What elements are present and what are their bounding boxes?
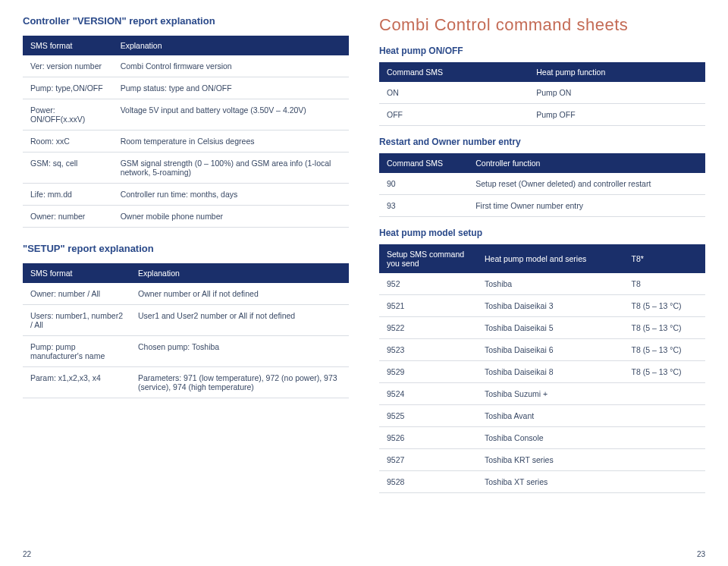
page-num-right: 23 bbox=[697, 550, 705, 558]
table-row: Owner: number / AllOwner number or All i… bbox=[23, 283, 349, 305]
setup-th-0: SMS format bbox=[23, 263, 130, 283]
model-cell: 9526 bbox=[379, 427, 477, 449]
version-cell: Voltage 5V input and battery voltage (3.… bbox=[113, 99, 349, 130]
onoff-cell: OFF bbox=[379, 104, 529, 126]
table-row: 9521Toshiba Daiseikai 3T8 (5 – 13 °C) bbox=[379, 295, 705, 317]
model-th-2: T8* bbox=[624, 244, 706, 273]
onoff-cell: Pump ON bbox=[529, 82, 705, 104]
model-cell: Toshiba bbox=[477, 273, 624, 295]
table-row: Owner: numberOwner mobile phone number bbox=[23, 206, 349, 228]
restart-cell: 93 bbox=[379, 195, 468, 217]
model-cell: T8 (5 – 13 °C) bbox=[624, 339, 706, 361]
setup-cell: Param: x1,x2,x3, x4 bbox=[23, 367, 130, 398]
model-cell: Toshiba Daiseikai 5 bbox=[477, 317, 624, 339]
model-cell bbox=[624, 405, 706, 427]
restart-cell: 90 bbox=[379, 173, 468, 195]
table-row: Ver: version numberCombi Control firmwar… bbox=[23, 55, 349, 77]
model-cell: 9521 bbox=[379, 295, 477, 317]
table-row: 93First time Owner number entry bbox=[379, 195, 705, 217]
model-cell bbox=[624, 471, 706, 493]
table-row: Life: mm.ddController run time: months, … bbox=[23, 184, 349, 206]
table-row: 9527Toshiba KRT series bbox=[379, 449, 705, 471]
model-cell bbox=[624, 427, 706, 449]
table-row: 9525Toshiba Avant bbox=[379, 405, 705, 427]
model-cell: Toshiba Console bbox=[477, 427, 624, 449]
setup-th-1: Explanation bbox=[130, 263, 349, 283]
setup-cell: Owner number or All if not defined bbox=[130, 283, 349, 305]
sub-model: Heat pump model setup bbox=[379, 228, 705, 238]
model-cell: 9524 bbox=[379, 383, 477, 405]
model-cell: Toshiba Daiseikai 8 bbox=[477, 361, 624, 383]
model-cell: 9529 bbox=[379, 361, 477, 383]
model-cell: 9525 bbox=[379, 405, 477, 427]
setup-cell: Chosen pump: Toshiba bbox=[130, 336, 349, 367]
version-cell: Room temperature in Celsius degrees bbox=[113, 130, 349, 153]
version-cell: Life: mm.dd bbox=[23, 184, 113, 206]
version-th-1: Explanation bbox=[113, 36, 349, 55]
model-cell: 9523 bbox=[379, 339, 477, 361]
setup-table: SMS format Explanation Owner: number / A… bbox=[23, 263, 349, 398]
footer-left: 22 bbox=[23, 544, 349, 558]
version-cell: Room: xxC bbox=[23, 130, 113, 153]
table-row: 9529Toshiba Daiseikai 8T8 (5 – 13 °C) bbox=[379, 361, 705, 383]
restart-th-1: Controller function bbox=[468, 153, 705, 173]
model-cell: 9522 bbox=[379, 317, 477, 339]
version-th-0: SMS format bbox=[23, 36, 113, 55]
version-cell: Owner: number bbox=[23, 206, 113, 228]
model-th-1: Heat pump model and series bbox=[477, 244, 624, 273]
version-cell: Controller run time: months, days bbox=[113, 184, 349, 206]
setup-cell: Users: number1, number2 / All bbox=[23, 305, 130, 336]
setup-cell: User1 and User2 number or All if not def… bbox=[130, 305, 349, 336]
table-row: 9526Toshiba Console bbox=[379, 427, 705, 449]
model-cell: T8 (5 – 13 °C) bbox=[624, 295, 706, 317]
model-cell bbox=[624, 383, 706, 405]
model-cell: Toshiba Avant bbox=[477, 405, 624, 427]
restart-cell: Setup reset (Owner deleted) and controll… bbox=[468, 173, 705, 195]
version-table: SMS format Explanation Ver: version numb… bbox=[23, 36, 349, 228]
onoff-table: Command SMS Heat pump function ONPump ON… bbox=[379, 62, 705, 126]
table-row: 952ToshibaT8 bbox=[379, 273, 705, 295]
version-cell: Combi Control firmware version bbox=[113, 55, 349, 77]
setup-cell: Owner: number / All bbox=[23, 283, 130, 305]
table-row: 9522Toshiba Daiseikai 5T8 (5 – 13 °C) bbox=[379, 317, 705, 339]
table-row: OFFPump OFF bbox=[379, 104, 705, 126]
table-row: Param: x1,x2,x3, x4Parameters: 971 (low … bbox=[23, 367, 349, 398]
onoff-th-0: Command SMS bbox=[379, 62, 529, 82]
table-row: 90Setup reset (Owner deleted) and contro… bbox=[379, 173, 705, 195]
onoff-th-1: Heat pump function bbox=[529, 62, 705, 82]
version-cell: GSM: sq, cell bbox=[23, 153, 113, 184]
model-cell: Toshiba Suzumi + bbox=[477, 383, 624, 405]
onoff-cell: Pump OFF bbox=[529, 104, 705, 126]
sub-onoff: Heat pump ON/OFF bbox=[379, 46, 705, 56]
model-cell: 9527 bbox=[379, 449, 477, 471]
model-cell: Toshiba Daiseikai 6 bbox=[477, 339, 624, 361]
table-row: 9523Toshiba Daiseikai 6T8 (5 – 13 °C) bbox=[379, 339, 705, 361]
model-cell bbox=[624, 449, 706, 471]
sub-restart: Restart and Owner number entry bbox=[379, 137, 705, 147]
table-row: Power: ON/OFF(x.xxV)Voltage 5V input and… bbox=[23, 99, 349, 130]
table-row: GSM: sq, cellGSM signal strength (0 – 10… bbox=[23, 153, 349, 184]
table-row: Pump: type,ON/OFFPump status: type and O… bbox=[23, 77, 349, 99]
table-row: Room: xxCRoom temperature in Celsius deg… bbox=[23, 130, 349, 153]
setup-cell: Pump: pump manufacturer's name bbox=[23, 336, 130, 367]
setup-cell: Parameters: 971 (low temperature), 972 (… bbox=[130, 367, 349, 398]
version-cell: Owner mobile phone number bbox=[113, 206, 349, 228]
left-column: Controller "VERSION" report explanation … bbox=[23, 15, 349, 558]
version-title: Controller "VERSION" report explanation bbox=[23, 15, 349, 27]
page-num-left: 22 bbox=[23, 550, 31, 558]
version-cell: Pump: type,ON/OFF bbox=[23, 77, 113, 99]
restart-th-0: Command SMS bbox=[379, 153, 468, 173]
model-cell: 9528 bbox=[379, 471, 477, 493]
right-column: Combi Control command sheets Heat pump O… bbox=[379, 15, 705, 558]
table-row: 9524Toshiba Suzumi + bbox=[379, 383, 705, 405]
version-cell: GSM signal strength (0 – 100%) and GSM a… bbox=[113, 153, 349, 184]
version-cell: Ver: version number bbox=[23, 55, 113, 77]
version-cell: Pump status: type and ON/OFF bbox=[113, 77, 349, 99]
setup-title: "SETUP" report explanation bbox=[23, 243, 349, 254]
restart-table: Command SMS Controller function 90Setup … bbox=[379, 153, 705, 217]
onoff-cell: ON bbox=[379, 82, 529, 104]
model-cell: T8 (5 – 13 °C) bbox=[624, 317, 706, 339]
model-table: Setup SMS command you send Heat pump mod… bbox=[379, 244, 705, 493]
model-cell: T8 (5 – 13 °C) bbox=[624, 361, 706, 383]
version-cell: Power: ON/OFF(x.xxV) bbox=[23, 99, 113, 130]
